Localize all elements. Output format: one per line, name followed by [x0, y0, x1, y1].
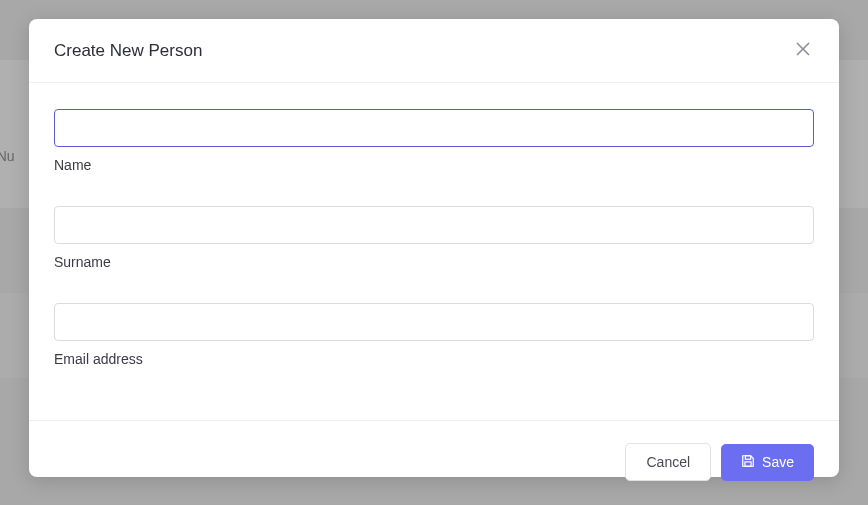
modal-footer: Cancel Save — [29, 420, 839, 503]
modal-overlay[interactable]: Create New Person Name Surname — [0, 0, 868, 505]
form-group-surname: Surname — [54, 206, 814, 270]
save-button-label: Save — [762, 454, 794, 470]
name-input[interactable] — [54, 109, 814, 147]
save-icon — [741, 454, 755, 471]
modal-body: Name Surname Email address — [29, 83, 839, 420]
surname-label: Surname — [54, 254, 814, 270]
save-button[interactable]: Save — [721, 444, 814, 481]
form-group-email: Email address — [54, 303, 814, 367]
modal-header: Create New Person — [29, 19, 839, 83]
surname-input[interactable] — [54, 206, 814, 244]
svg-rect-3 — [745, 461, 751, 465]
cancel-button[interactable]: Cancel — [625, 443, 711, 481]
cancel-button-label: Cancel — [646, 454, 690, 470]
form-group-name: Name — [54, 109, 814, 173]
svg-rect-2 — [745, 455, 750, 459]
email-label: Email address — [54, 351, 814, 367]
email-input[interactable] — [54, 303, 814, 341]
modal-title: Create New Person — [54, 41, 202, 61]
create-person-modal: Create New Person Name Surname — [29, 19, 839, 477]
close-icon — [796, 42, 810, 59]
name-label: Name — [54, 157, 814, 173]
close-button[interactable] — [792, 38, 814, 63]
